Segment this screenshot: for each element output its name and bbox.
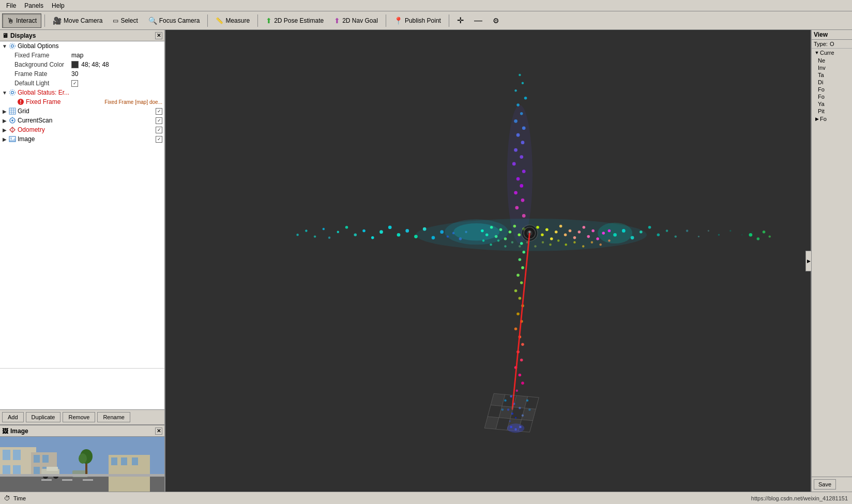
svg-rect-26 [34,467,40,475]
global-options-label: Global Options [17,42,164,50]
grid-toggle[interactable]: ▶ [1,109,8,114]
displays-panel-close[interactable]: ✕ [155,32,162,39]
save-button[interactable]: Save [814,479,836,490]
svg-point-128 [559,225,562,228]
image-panel-close[interactable]: ✕ [155,427,162,435]
time-label: Time [13,495,26,501]
ff-status-label: Fixed Frame [25,98,104,105]
measure-icon: 📏 [216,17,223,24]
current-section-toggle[interactable]: ▼ [814,50,820,55]
svg-point-210 [757,237,760,240]
nav-goal-button[interactable]: ⬆ 2D Nav Goal [329,13,383,28]
svg-point-50 [323,228,325,230]
right-panel-collapse-btn[interactable]: ▶ [805,251,812,271]
lidar-visualization [165,30,811,492]
svg-point-175 [516,389,518,391]
svg-point-2 [11,91,14,94]
global-status-item[interactable]: ▼ Global Status: Er... [0,88,164,97]
type-value[interactable]: O [830,41,834,47]
move-camera-button[interactable]: 🎥 Move Camera [48,13,107,28]
focus-camera-button[interactable]: 🔍 Focus Camera [144,13,205,28]
svg-point-59 [397,233,401,237]
default-light-prop: Default Light ✓ [0,79,164,88]
publish-point-button[interactable]: 📍 Publish Point [389,13,446,28]
default-light-value[interactable]: ✓ [71,80,162,87]
image-toggle[interactable]: ▶ [1,136,8,142]
odometry-toggle[interactable]: ▶ [1,127,8,133]
menu-file[interactable]: File [2,1,20,10]
svg-point-148 [549,243,551,246]
global-options-toggle[interactable]: ▼ [1,43,8,49]
svg-point-180 [515,417,516,418]
crosshair-icon: ✛ [457,16,464,25]
svg-point-12 [11,119,13,121]
svg-point-116 [504,237,507,240]
grid-icon [8,107,17,115]
measure-button[interactable]: 📏 Measure [211,13,254,28]
interact-button[interactable]: 🖱 Interact [2,13,41,28]
grid-checkbox[interactable]: ✓ [156,108,162,115]
currentscan-toggle[interactable]: ▶ [1,118,8,124]
toolbar-separator-1 [44,14,45,27]
image-display-checkbox[interactable]: ✓ [156,136,162,143]
svg-rect-44 [132,457,138,465]
currentscan-item[interactable]: ▶ CurrentScan ✓ [0,116,164,125]
image-display-icon [8,135,17,143]
move-camera-label: Move Camera [64,17,102,24]
image-panel-title: Image [10,427,28,435]
svg-point-0 [11,45,14,48]
left-panel: 🖥 Displays ✕ ▼ Global Options [0,30,165,492]
svg-point-140 [490,243,492,246]
currentscan-label: CurrentScan [17,117,156,124]
svg-rect-42 [111,457,117,465]
svg-point-171 [520,359,523,362]
default-light-checkbox[interactable]: ✓ [71,80,78,87]
currentscan-checkbox[interactable]: ✓ [156,117,162,124]
select-button[interactable]: ▭ Select [108,13,142,28]
grid-item[interactable]: ▶ Grid ✓ [0,106,164,116]
svg-point-113 [490,226,493,229]
rename-button[interactable]: Rename [97,412,130,422]
svg-point-54 [354,233,357,236]
svg-point-124 [541,233,544,236]
remove-button[interactable]: Remove [63,412,95,422]
svg-point-48 [305,230,307,232]
global-status-toggle[interactable]: ▼ [1,90,8,96]
fixed-frame-label: Fixed Frame [14,52,71,59]
frame-rate-value[interactable]: 30 [71,70,162,78]
menu-help[interactable]: Help [48,1,69,10]
odometry-checkbox[interactable]: ✓ [156,127,162,133]
menu-panels[interactable]: Panels [20,1,48,10]
bg-color-value[interactable]: 48; 48; 48 [71,61,162,69]
image-item[interactable]: ▶ Image ✓ [0,134,164,144]
bg-color-prop: Background Color 48; 48; 48 [0,60,164,69]
svg-point-85 [741,234,742,235]
svg-point-208 [519,426,521,428]
global-status-icon [8,88,17,97]
bg-color-text: 48; 48; 48 [81,61,109,68]
svg-rect-6 [9,108,16,114]
svg-point-130 [569,230,572,233]
ff-status-value: Fixed Frame [map] doe... [104,99,164,105]
pose-estimate-button[interactable]: ⬆ 2D Pose Estimate [261,13,328,28]
minus-button[interactable]: — [469,13,487,28]
fo-section: ▶ Fo [812,115,852,123]
svg-point-112 [485,233,489,236]
svg-point-114 [495,235,498,238]
fo-section-toggle[interactable]: ▶ [814,116,820,121]
svg-point-144 [519,245,521,247]
svg-point-150 [565,243,567,246]
3d-view[interactable]: ◀ [165,30,811,492]
duplicate-button[interactable]: Duplicate [26,412,61,422]
fixed-frame-value[interactable]: map [71,52,162,59]
global-options-item[interactable]: ▼ Global Options [0,41,164,51]
svg-point-173 [519,374,522,377]
settings-button[interactable]: ⚙ [488,13,504,28]
svg-rect-30 [41,479,52,481]
svg-point-139 [482,239,484,241]
crosshair-button[interactable]: ✛ [452,13,468,28]
odometry-item[interactable]: ▶ Odometry ✓ [0,125,164,134]
add-button[interactable]: Add [2,412,24,422]
fixed-frame-status-item[interactable]: ! Fixed Frame Fixed Frame [map] doe... [0,97,164,106]
displays-scroll[interactable]: ▼ Global Options Fixed Frame map [0,41,164,368]
